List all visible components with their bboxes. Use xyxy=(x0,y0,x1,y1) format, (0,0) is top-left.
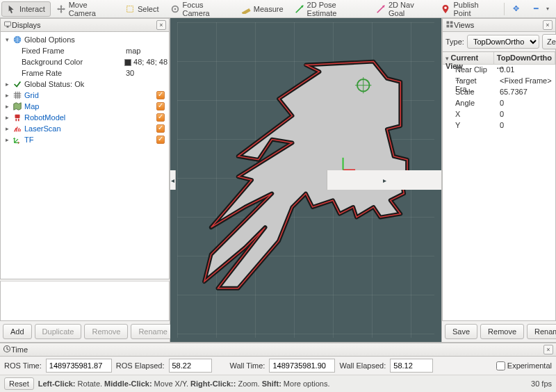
grid-icon xyxy=(13,90,22,100)
scale-label[interactable]: Scale xyxy=(443,87,497,98)
collapse-right-icon[interactable]: ▸ xyxy=(327,170,441,190)
bgcolor-value[interactable]: 48; 48; 48 xyxy=(124,58,167,66)
checkbox-icon[interactable] xyxy=(156,124,165,133)
fixed-frame-label[interactable]: Fixed Frame xyxy=(22,47,124,55)
views-title: Views xyxy=(454,21,474,29)
displays-panel-icon xyxy=(3,20,12,30)
clock-icon xyxy=(3,345,11,354)
displays-close-icon[interactable]: × xyxy=(156,20,166,30)
displays-tree[interactable]: ▾ Global Options Fixed Frame map Backgro… xyxy=(0,32,170,279)
framerate-label[interactable]: Frame Rate xyxy=(22,69,124,77)
interact-label: Interact xyxy=(19,5,45,13)
views-properties[interactable]: ▾ Current View TopDownOrtho ... Near Cli… xyxy=(442,52,556,321)
collapse-left-icon[interactable]: ◂ xyxy=(170,170,176,190)
display-item-robotmodel[interactable]: RobotModel xyxy=(24,113,154,122)
time-title: Time xyxy=(11,345,28,354)
global-status-label[interactable]: Global Status: Ok xyxy=(24,80,167,88)
fixed-frame-value[interactable]: map xyxy=(126,47,167,55)
display-item-map[interactable]: Map xyxy=(24,102,154,111)
view-remove-button[interactable]: Remove xyxy=(480,324,524,339)
status-ok-icon xyxy=(13,79,22,89)
display-item-grid[interactable]: Grid xyxy=(24,91,154,99)
svg-rect-8 xyxy=(15,115,20,118)
twisty-icon[interactable]: ▸ xyxy=(3,136,10,143)
nav-goal-button[interactable]: 2D Nav Goal xyxy=(370,1,435,17)
checkbox-icon[interactable] xyxy=(156,113,165,122)
twisty-icon[interactable]: ▾ xyxy=(3,36,10,43)
duplicate-button[interactable]: Duplicate xyxy=(35,324,82,339)
reset-button[interactable]: Reset xyxy=(4,377,34,390)
twisty-icon[interactable]: ▸ xyxy=(3,81,10,88)
views-close-icon[interactable]: × xyxy=(543,20,553,30)
target-frame-value[interactable]: <Fixed Frame> xyxy=(497,76,555,87)
displays-title: Displays xyxy=(12,21,41,29)
publish-point-button[interactable]: Publish Point xyxy=(435,1,501,17)
framerate-value[interactable]: 30 xyxy=(126,69,167,77)
ros-time-input[interactable] xyxy=(46,359,112,373)
twisty-icon[interactable]: ▸ xyxy=(3,92,10,99)
view-rename-button[interactable]: Rename xyxy=(527,324,556,339)
pose-estimate-button[interactable]: 2D Pose Estimate xyxy=(289,1,370,17)
experimental-checkbox[interactable] xyxy=(496,361,505,370)
scale-value[interactable]: 65.7367 xyxy=(497,87,555,98)
add-button[interactable]: Add xyxy=(3,324,32,339)
y-label[interactable]: Y xyxy=(443,120,497,131)
display-item-laserscan[interactable]: LaserScan xyxy=(24,124,154,133)
interact-button[interactable]: Interact xyxy=(1,1,51,17)
views-type-label: Type: xyxy=(445,38,464,46)
measure-button[interactable]: Measure xyxy=(236,1,289,17)
y-value[interactable]: 0 xyxy=(497,120,555,131)
angle-label[interactable]: Angle xyxy=(443,98,497,109)
view-type-select[interactable]: TopDownOrtho xyxy=(467,35,539,49)
time-fields-row: ROS Time: ROS Elapsed: Wall Time: Wall E… xyxy=(0,357,556,375)
x-label[interactable]: X xyxy=(443,109,497,120)
global-options-label[interactable]: Global Options xyxy=(24,35,167,44)
remove-tool-button[interactable]: ━ ▾ xyxy=(528,1,555,17)
remove-button[interactable]: Remove xyxy=(84,324,128,339)
views-type-row: Type: TopDownOrtho Zero xyxy=(442,32,556,52)
checkbox-icon[interactable] xyxy=(156,91,165,99)
experimental-label: Experimental xyxy=(507,361,552,370)
bgcolor-swatch xyxy=(124,59,131,66)
displays-help-area xyxy=(0,281,170,321)
checkbox-icon[interactable] xyxy=(156,102,165,111)
time-close-icon[interactable]: × xyxy=(543,345,553,354)
twisty-icon[interactable]: ▸ xyxy=(3,103,10,110)
checkbox-icon[interactable] xyxy=(156,136,165,144)
wall-elapsed-input[interactable] xyxy=(390,359,433,373)
x-value[interactable]: 0 xyxy=(497,109,555,120)
time-panel: Time × ROS Time: ROS Elapsed: Wall Time:… xyxy=(0,342,556,375)
move-camera-button[interactable]: Move Camera xyxy=(51,1,120,17)
render-viewport[interactable]: ◂ xyxy=(170,18,441,342)
svg-rect-6 xyxy=(7,26,9,28)
display-item-tf[interactable]: TF xyxy=(24,136,154,144)
focus-camera-button[interactable]: Focus Camera xyxy=(165,1,236,17)
target-frame-label[interactable]: Target Fra... xyxy=(443,76,497,87)
displays-panel-header[interactable]: Displays × xyxy=(0,18,170,32)
near-clip-value[interactable]: 0.01 xyxy=(497,65,555,76)
wall-time-input[interactable] xyxy=(269,359,335,373)
ros-time-label: ROS Time: xyxy=(4,361,42,370)
bgcolor-label[interactable]: Background Color xyxy=(22,58,122,66)
near-clip-label[interactable]: Near Clip ... xyxy=(443,65,497,76)
rename-button[interactable]: Rename xyxy=(131,324,175,339)
pose-estimate-label: 2D Pose Estimate xyxy=(307,1,365,17)
nav-goal-icon xyxy=(376,4,386,14)
twisty-icon[interactable]: ▸ xyxy=(3,125,10,132)
select-button[interactable]: Select xyxy=(120,1,165,17)
angle-value[interactable]: 0 xyxy=(497,98,555,109)
publish-point-icon xyxy=(441,4,450,14)
zero-button[interactable]: Zero xyxy=(542,34,556,49)
add-tool-button[interactable]: ✥ xyxy=(507,1,528,17)
twisty-icon[interactable]: ▾ xyxy=(445,55,451,62)
status-hint: Left-Click: Rotate. Middle-Click: Move X… xyxy=(38,379,330,388)
twisty-icon[interactable]: ▸ xyxy=(3,114,10,121)
globe-icon xyxy=(13,35,22,44)
time-panel-header[interactable]: Time × xyxy=(0,343,556,357)
view-save-button[interactable]: Save xyxy=(445,324,477,339)
views-panel-header[interactable]: Views × xyxy=(442,18,556,32)
ros-elapsed-input[interactable] xyxy=(169,359,212,373)
svg-rect-19 xyxy=(450,25,453,28)
interact-icon xyxy=(7,4,17,14)
svg-rect-0 xyxy=(127,6,133,12)
